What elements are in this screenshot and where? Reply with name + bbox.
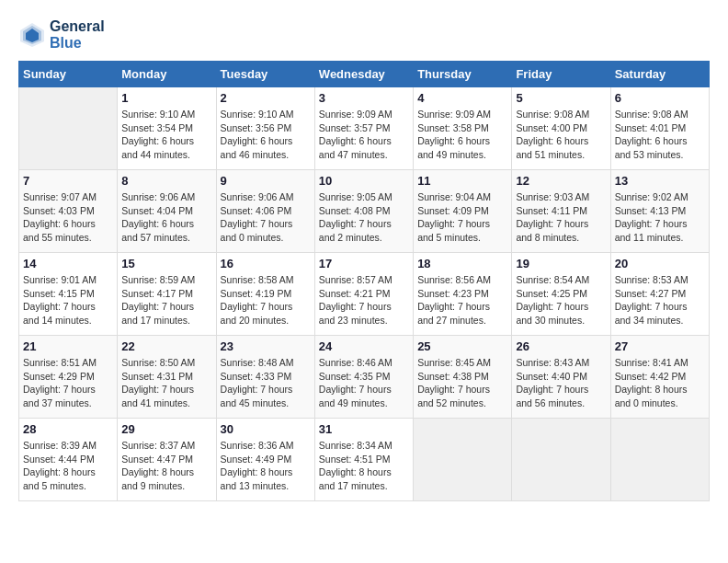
header-cell-thursday: Thursday	[414, 62, 512, 87]
day-info: Sunrise: 8:46 AM Sunset: 4:35 PM Dayligh…	[319, 356, 409, 410]
day-info: Sunrise: 8:56 AM Sunset: 4:23 PM Dayligh…	[417, 273, 507, 327]
day-number: 8	[121, 174, 211, 188]
calendar-cell: 23Sunrise: 8:48 AM Sunset: 4:33 PM Dayli…	[216, 336, 314, 419]
calendar-cell: 29Sunrise: 8:37 AM Sunset: 4:47 PM Dayli…	[118, 419, 216, 501]
day-number: 27	[615, 339, 705, 353]
calendar-cell: 28Sunrise: 8:39 AM Sunset: 4:44 PM Dayli…	[19, 419, 118, 501]
day-number: 22	[121, 339, 211, 353]
day-number: 7	[23, 174, 113, 188]
day-info: Sunrise: 9:08 AM Sunset: 4:00 PM Dayligh…	[516, 108, 606, 162]
day-info: Sunrise: 9:04 AM Sunset: 4:09 PM Dayligh…	[417, 190, 507, 245]
day-number: 16	[221, 257, 311, 270]
day-info: Sunrise: 9:10 AM Sunset: 3:54 PM Dayligh…	[121, 108, 211, 162]
header-row: SundayMondayTuesdayWednesdayThursdayFrid…	[19, 62, 710, 87]
day-info: Sunrise: 9:10 AM Sunset: 3:56 PM Dayligh…	[221, 108, 311, 162]
calendar-cell: 4Sunrise: 9:09 AM Sunset: 3:58 PM Daylig…	[414, 87, 512, 170]
calendar-cell: 12Sunrise: 9:03 AM Sunset: 4:11 PM Dayli…	[512, 170, 610, 253]
header-cell-friday: Friday	[512, 62, 610, 87]
calendar-cell: 6Sunrise: 9:08 AM Sunset: 4:01 PM Daylig…	[610, 87, 709, 170]
calendar-cell: 8Sunrise: 9:06 AM Sunset: 4:04 PM Daylig…	[118, 170, 216, 253]
day-number: 6	[615, 91, 705, 105]
day-number: 17	[319, 257, 409, 270]
day-info: Sunrise: 8:53 AM Sunset: 4:27 PM Dayligh…	[615, 273, 705, 327]
header-cell-sunday: Sunday	[19, 62, 118, 87]
page-header: General Blue	[18, 18, 710, 52]
day-info: Sunrise: 9:09 AM Sunset: 3:57 PM Dayligh…	[319, 108, 409, 162]
calendar-cell: 20Sunrise: 8:53 AM Sunset: 4:27 PM Dayli…	[610, 253, 709, 336]
day-number: 1	[121, 91, 211, 105]
calendar-cell: 16Sunrise: 8:58 AM Sunset: 4:19 PM Dayli…	[216, 253, 314, 336]
calendar-cell: 7Sunrise: 9:07 AM Sunset: 4:03 PM Daylig…	[19, 170, 118, 253]
day-number: 10	[319, 174, 409, 188]
calendar-body: 1Sunrise: 9:10 AM Sunset: 3:54 PM Daylig…	[19, 87, 710, 501]
calendar-cell	[512, 419, 610, 501]
day-info: Sunrise: 8:57 AM Sunset: 4:21 PM Dayligh…	[319, 273, 409, 327]
calendar-week-4: 21Sunrise: 8:51 AM Sunset: 4:29 PM Dayli…	[19, 336, 710, 419]
day-number: 29	[121, 422, 211, 436]
day-info: Sunrise: 8:48 AM Sunset: 4:33 PM Dayligh…	[221, 356, 311, 410]
calendar-cell: 10Sunrise: 9:05 AM Sunset: 4:08 PM Dayli…	[314, 170, 413, 253]
header-cell-tuesday: Tuesday	[216, 62, 314, 87]
day-info: Sunrise: 8:54 AM Sunset: 4:25 PM Dayligh…	[516, 273, 606, 327]
day-info: Sunrise: 8:58 AM Sunset: 4:19 PM Dayligh…	[221, 273, 311, 327]
day-info: Sunrise: 8:50 AM Sunset: 4:31 PM Dayligh…	[121, 356, 211, 410]
calendar-cell: 9Sunrise: 9:06 AM Sunset: 4:06 PM Daylig…	[216, 170, 314, 253]
day-number: 19	[516, 257, 606, 270]
day-info: Sunrise: 9:05 AM Sunset: 4:08 PM Dayligh…	[319, 190, 409, 245]
day-number: 11	[417, 174, 507, 188]
day-number: 4	[417, 91, 507, 105]
calendar-cell	[414, 419, 512, 501]
day-info: Sunrise: 8:37 AM Sunset: 4:47 PM Dayligh…	[121, 439, 211, 493]
day-number: 21	[23, 339, 113, 353]
day-info: Sunrise: 8:36 AM Sunset: 4:49 PM Dayligh…	[221, 439, 311, 493]
calendar-cell: 14Sunrise: 9:01 AM Sunset: 4:15 PM Dayli…	[19, 253, 118, 336]
day-info: Sunrise: 9:06 AM Sunset: 4:04 PM Dayligh…	[121, 190, 211, 245]
calendar-cell	[19, 87, 118, 170]
day-info: Sunrise: 9:08 AM Sunset: 4:01 PM Dayligh…	[615, 108, 705, 162]
day-info: Sunrise: 8:34 AM Sunset: 4:51 PM Dayligh…	[319, 439, 409, 493]
day-number: 13	[615, 174, 705, 188]
day-number: 18	[417, 257, 507, 270]
day-info: Sunrise: 9:02 AM Sunset: 4:13 PM Dayligh…	[615, 190, 705, 245]
day-info: Sunrise: 8:43 AM Sunset: 4:40 PM Dayligh…	[516, 356, 606, 410]
logo-icon	[18, 21, 46, 49]
day-number: 2	[221, 91, 311, 105]
calendar-cell: 13Sunrise: 9:02 AM Sunset: 4:13 PM Dayli…	[610, 170, 709, 253]
day-number: 23	[221, 339, 311, 353]
calendar-cell: 30Sunrise: 8:36 AM Sunset: 4:49 PM Dayli…	[216, 419, 314, 501]
day-number: 30	[221, 422, 311, 436]
calendar-cell: 18Sunrise: 8:56 AM Sunset: 4:23 PM Dayli…	[414, 253, 512, 336]
logo-text: General Blue	[50, 18, 105, 52]
day-number: 15	[121, 257, 211, 270]
calendar-cell: 11Sunrise: 9:04 AM Sunset: 4:09 PM Dayli…	[414, 170, 512, 253]
day-number: 14	[23, 257, 113, 270]
calendar-cell: 19Sunrise: 8:54 AM Sunset: 4:25 PM Dayli…	[512, 253, 610, 336]
day-number: 28	[23, 422, 113, 436]
day-number: 31	[319, 422, 409, 436]
calendar-week-1: 1Sunrise: 9:10 AM Sunset: 3:54 PM Daylig…	[19, 87, 710, 170]
calendar-week-5: 28Sunrise: 8:39 AM Sunset: 4:44 PM Dayli…	[19, 419, 710, 501]
calendar-cell: 15Sunrise: 8:59 AM Sunset: 4:17 PM Dayli…	[118, 253, 216, 336]
calendar-cell: 2Sunrise: 9:10 AM Sunset: 3:56 PM Daylig…	[216, 87, 314, 170]
calendar-cell: 1Sunrise: 9:10 AM Sunset: 3:54 PM Daylig…	[118, 87, 216, 170]
calendar-cell: 25Sunrise: 8:45 AM Sunset: 4:38 PM Dayli…	[414, 336, 512, 419]
calendar-cell: 21Sunrise: 8:51 AM Sunset: 4:29 PM Dayli…	[19, 336, 118, 419]
calendar-week-3: 14Sunrise: 9:01 AM Sunset: 4:15 PM Dayli…	[19, 253, 710, 336]
day-number: 26	[516, 339, 606, 353]
day-number: 5	[516, 91, 606, 105]
calendar-cell	[610, 419, 709, 501]
header-cell-monday: Monday	[118, 62, 216, 87]
day-number: 3	[319, 91, 409, 105]
day-info: Sunrise: 8:41 AM Sunset: 4:42 PM Dayligh…	[615, 356, 705, 410]
calendar-week-2: 7Sunrise: 9:07 AM Sunset: 4:03 PM Daylig…	[19, 170, 710, 253]
day-info: Sunrise: 9:09 AM Sunset: 3:58 PM Dayligh…	[417, 108, 507, 162]
day-number: 12	[516, 174, 606, 188]
header-cell-saturday: Saturday	[610, 62, 709, 87]
day-info: Sunrise: 8:51 AM Sunset: 4:29 PM Dayligh…	[23, 356, 113, 410]
logo: General Blue	[18, 18, 105, 52]
day-info: Sunrise: 8:39 AM Sunset: 4:44 PM Dayligh…	[23, 439, 113, 493]
day-info: Sunrise: 8:45 AM Sunset: 4:38 PM Dayligh…	[417, 356, 507, 410]
day-info: Sunrise: 9:07 AM Sunset: 4:03 PM Dayligh…	[23, 190, 113, 245]
calendar-header: SundayMondayTuesdayWednesdayThursdayFrid…	[19, 62, 710, 87]
calendar-cell: 5Sunrise: 9:08 AM Sunset: 4:00 PM Daylig…	[512, 87, 610, 170]
